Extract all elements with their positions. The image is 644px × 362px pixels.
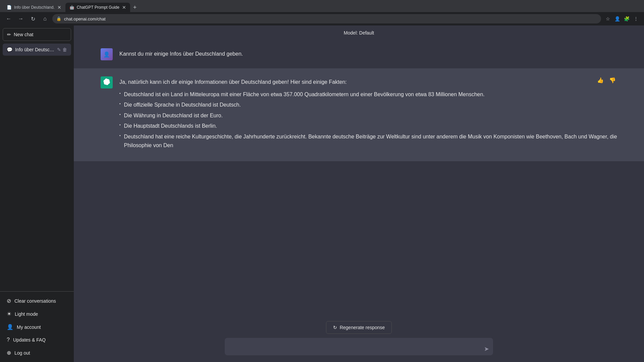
bullet-text-5: Deutschland hat eine reiche Kulturgeschi… [124,132,617,149]
refresh-button[interactable]: ↻ [28,14,38,23]
bullet-item-1: • Deutschland ist ein Land in Mitteleuro… [119,89,617,100]
thumbup-button[interactable]: 👍 [596,76,605,84]
logout-icon: ⊕ [7,350,11,356]
bookmark-icon[interactable]: ☆ [604,15,612,23]
user-avatar: 👤 [101,48,113,60]
sidebar-item-updates[interactable]: ? Updates & FAQ [3,334,71,346]
account-label: My account [17,324,41,330]
chat-item-title: Info über Deutschland. [15,47,54,52]
updates-icon: ? [7,337,10,343]
forward-button[interactable]: → [16,14,25,23]
ai-bullet-list: • Deutschland ist ein Land in Mitteleuro… [119,86,617,154]
bullet-dot-4: • [119,122,121,130]
profile-icon[interactable]: 👤 [613,15,621,23]
sidebar-bottom: ⊘ Clear conversations ☀ Light mode 👤 My … [0,291,74,362]
message-actions: 👍 👎 [596,76,617,84]
ai-avatar [101,76,113,88]
bullet-item-3: • Die Währung in Deutschland ist der Eur… [119,110,617,121]
tab-title-info: Info über Deutschland. [14,5,55,10]
address-text: chat.openai.com/chat [64,16,106,21]
user-message: 👤 Kannst du mir einige Infos über Deutsc… [74,40,644,68]
send-button[interactable]: ➤ [484,345,489,353]
avatar-image: 👤 [101,48,113,60]
address-bar[interactable]: 🔒 chat.openai.com/chat [52,14,601,23]
tab-favicon-chatgpt: 🤖 [69,5,74,10]
lightmode-label: Light mode [15,311,38,317]
user-message-text: Kannst du mir einige Infos über Deutschl… [119,48,617,58]
ai-message: Ja, natürlich kann ich dir einige Inform… [74,68,644,161]
tab-bar: 📄 Info über Deutschland. ✕ 🤖 ChatGPT Pro… [0,0,644,12]
chat-item-info[interactable]: 💬 Info über Deutschland. ✎ 🗑 [3,44,71,56]
bullet-text-1: Deutschland ist ein Land in Mitteleuropa… [124,90,485,99]
messages-area: 👤 Kannst du mir einige Infos über Deutsc… [74,40,644,316]
regenerate-icon: ↻ [333,325,337,330]
browser-chrome: 📄 Info über Deutschland. ✕ 🤖 ChatGPT Pro… [0,0,644,25]
new-tab-button[interactable]: + [130,3,140,12]
edit-chat-icon[interactable]: ✎ [57,47,61,52]
bullet-text-4: Die Hauptstadt Deutschlands ist Berlin. [124,122,217,130]
nav-actions: ☆ 👤 🧩 ⋮ [604,15,640,23]
bullet-item-4: • Die Hauptstadt Deutschlands ist Berlin… [119,121,617,131]
thumbdown-button[interactable]: 👎 [608,76,617,84]
new-chat-icon: ✏ [7,32,11,37]
chat-icon: 💬 [7,47,12,52]
home-button[interactable]: ⌂ [40,14,50,23]
tab-chatgpt[interactable]: 🤖 ChatGPT Prompt Guide ✕ [65,3,130,12]
bullet-text-3: Die Währung in Deutschland ist der Euro. [124,111,223,120]
ai-intro: Ja, natürlich kann ich dir einige Inform… [119,78,617,86]
bullet-item-2: • Die offizielle Sprache in Deutschland … [119,100,617,110]
openai-icon [103,78,110,87]
logout-label: Log out [14,350,30,356]
tab-close-info[interactable]: ✕ [57,5,61,10]
lightmode-icon: ☀ [7,311,11,317]
app: ✏ New chat 💬 Info über Deutschland. ✎ 🗑 … [0,25,644,362]
nav-bar: ← → ↻ ⌂ 🔒 chat.openai.com/chat ☆ 👤 🧩 ⋮ [0,12,644,25]
sidebar-item-account[interactable]: 👤 My account [3,320,71,334]
tab-title-chatgpt: ChatGPT Prompt Guide [77,5,119,10]
chat-input[interactable] [225,338,493,355]
bullet-dot-5: • [119,133,121,149]
back-button[interactable]: ← [4,14,13,23]
bullet-dot-2: • [119,101,121,109]
new-chat-label: New chat [14,32,33,37]
bullet-item-5: • Deutschland hat eine reiche Kulturgesc… [119,131,617,150]
bullet-dot-1: • [119,91,121,99]
chat-item-actions: ✎ 🗑 [57,47,67,52]
tab-favicon-info: 📄 [7,5,11,10]
input-area: ➤ [225,338,493,357]
clear-label: Clear conversations [14,298,56,304]
sidebar-item-clear[interactable]: ⊘ Clear conversations [3,294,71,307]
extensions-icon[interactable]: 🧩 [623,15,631,23]
bullet-dot-3: • [119,112,121,120]
model-bar: Model: Default [74,25,644,40]
bullet-text-2: Die offizielle Sprache in Deutschland is… [124,101,241,109]
regenerate-label: Regenerate response [340,325,385,330]
tab-info[interactable]: 📄 Info über Deutschland. ✕ [3,3,65,12]
regenerate-button[interactable]: ↻ Regenerate response [326,321,392,334]
bottom-area: ↻ Regenerate response ➤ [74,316,644,362]
new-chat-button[interactable]: ✏ New chat [3,28,71,41]
sidebar-item-lightmode[interactable]: ☀ Light mode [3,307,71,320]
sidebar: ✏ New chat 💬 Info über Deutschland. ✎ 🗑 … [0,25,74,362]
clear-icon: ⊘ [7,298,11,304]
main-content: Model: Default 👤 Kannst du mir einige In… [74,25,644,362]
updates-label: Updates & FAQ [13,337,46,343]
tab-close-chatgpt[interactable]: ✕ [122,5,126,10]
delete-chat-icon[interactable]: 🗑 [62,47,67,52]
model-label: Model: Default [344,30,374,36]
account-icon: 👤 [7,324,13,330]
menu-icon[interactable]: ⋮ [632,15,640,23]
sidebar-top: ✏ New chat 💬 Info über Deutschland. ✎ 🗑 [0,25,74,291]
sidebar-item-logout[interactable]: ⊕ Log out [3,346,71,359]
ai-message-text: Ja, natürlich kann ich dir einige Inform… [119,76,617,153]
lock-icon: 🔒 [56,16,61,21]
